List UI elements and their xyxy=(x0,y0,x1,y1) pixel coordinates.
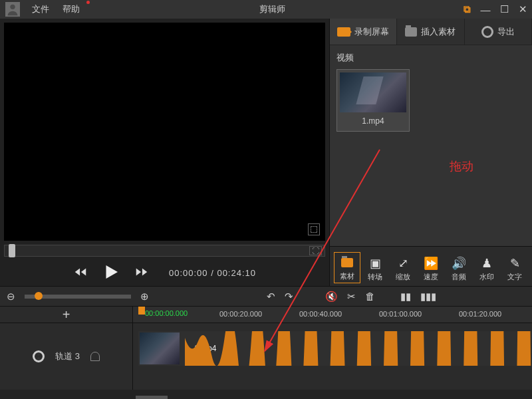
thumbnail-label: 1.mp4 xyxy=(340,116,406,126)
camera-icon xyxy=(337,27,350,37)
pencil-icon: ✎ xyxy=(501,255,528,272)
playhead-marker[interactable] xyxy=(138,307,145,315)
track-body[interactable]: 1.mp4 xyxy=(133,323,532,390)
timeline-clip[interactable]: 1.mp4 xyxy=(138,331,532,366)
delete-button[interactable]: 🗑 xyxy=(365,291,375,302)
zoom-in-button[interactable]: ⊕ xyxy=(140,291,149,303)
drag-annotation: 拖动 xyxy=(450,158,473,174)
zoom-slider-thumb[interactable] xyxy=(35,292,43,300)
track-reel-icon xyxy=(33,350,45,362)
play-button[interactable] xyxy=(101,262,121,284)
tool-transition[interactable]: ▣转场 xyxy=(362,253,388,283)
preview-viewport[interactable] xyxy=(4,23,325,241)
zoom-icon: ⤢ xyxy=(390,255,416,272)
forward-button[interactable] xyxy=(134,265,149,281)
menu-file[interactable]: 文件 xyxy=(25,3,56,15)
levels2-icon[interactable]: ▮▮▮ xyxy=(420,291,436,303)
track-header[interactable]: 轨道 3 xyxy=(0,323,133,390)
expand-icon[interactable]: ⛶ xyxy=(309,246,322,255)
film-reel-icon xyxy=(481,26,493,38)
waveform-icon xyxy=(185,331,532,366)
ruler-tick: 00:00:20.000 xyxy=(219,310,262,318)
tool-watermark[interactable]: ♟水印 xyxy=(473,253,500,283)
mute-button[interactable]: 🔇 xyxy=(325,291,338,303)
playhead-time: 00:00:00.000 xyxy=(145,309,188,317)
timeline-ruler[interactable]: 00:00:00.000 00:00:20.000 00:00:40.000 0… xyxy=(133,307,532,323)
levels1-icon[interactable]: ▮▮ xyxy=(400,291,411,303)
track-label: 轨道 3 xyxy=(55,350,80,362)
thumbnail-image xyxy=(340,72,406,112)
tab-insert-material[interactable]: 插入素材 xyxy=(397,19,464,45)
scrub-thumb[interactable] xyxy=(9,244,15,257)
ruler-tick: 00:00:40.000 xyxy=(299,310,342,318)
zoom-out-button[interactable]: ⊖ xyxy=(7,291,15,303)
tool-speed[interactable]: ⏩速度 xyxy=(418,253,444,283)
app-title: 剪辑师 xyxy=(86,3,458,15)
add-track-button[interactable]: + xyxy=(0,307,133,323)
playback-time: 00:00:00 / 00:24:10 xyxy=(169,268,256,278)
folder-icon xyxy=(341,258,353,267)
tool-text[interactable]: ✎文字 xyxy=(501,253,528,283)
ruler-tick: 00:01:20.000 xyxy=(459,310,501,318)
fullscreen-icon[interactable] xyxy=(308,223,320,235)
cut-button[interactable]: ✂ xyxy=(347,291,356,303)
rewind-button[interactable] xyxy=(73,265,88,281)
speaker-icon: 🔊 xyxy=(446,255,472,272)
ruler-tick: 00:01:00.000 xyxy=(379,310,422,318)
undo-button[interactable]: ↶ xyxy=(267,291,275,303)
media-thumbnail[interactable]: 1.mp4 xyxy=(336,69,410,132)
menu-help[interactable]: 帮助 xyxy=(56,3,86,15)
clip-thumbnail xyxy=(140,332,180,364)
redo-button[interactable]: ↷ xyxy=(285,291,293,303)
zoom-slider[interactable] xyxy=(25,295,131,299)
avatar[interactable] xyxy=(5,2,20,17)
notify-dot-icon xyxy=(86,1,90,4)
transition-icon: ▣ xyxy=(362,255,388,272)
close-button[interactable]: ✕ xyxy=(513,3,532,15)
restore-icon[interactable]: ⧉ xyxy=(458,3,476,15)
tool-material[interactable]: 素材 xyxy=(334,252,360,283)
scrub-bar[interactable]: ⛶ xyxy=(4,245,325,257)
tab-export[interactable]: 导出 xyxy=(465,19,532,45)
minimize-button[interactable]: — xyxy=(476,4,495,15)
svg-point-0 xyxy=(10,5,15,9)
tool-zoom[interactable]: ⤢缩放 xyxy=(390,253,416,283)
speed-icon: ⏩ xyxy=(418,255,444,272)
maximize-button[interactable]: ☐ xyxy=(495,3,513,15)
lock-icon[interactable] xyxy=(90,352,100,361)
scrollbar-thumb[interactable] xyxy=(136,396,168,399)
tool-audio[interactable]: 🔊音频 xyxy=(446,253,472,283)
stamp-icon: ♟ xyxy=(473,255,500,272)
tab-record-screen[interactable]: 录制屏幕 xyxy=(330,19,397,45)
section-label-video: 视频 xyxy=(336,52,525,64)
folder-camera-icon xyxy=(405,27,417,37)
